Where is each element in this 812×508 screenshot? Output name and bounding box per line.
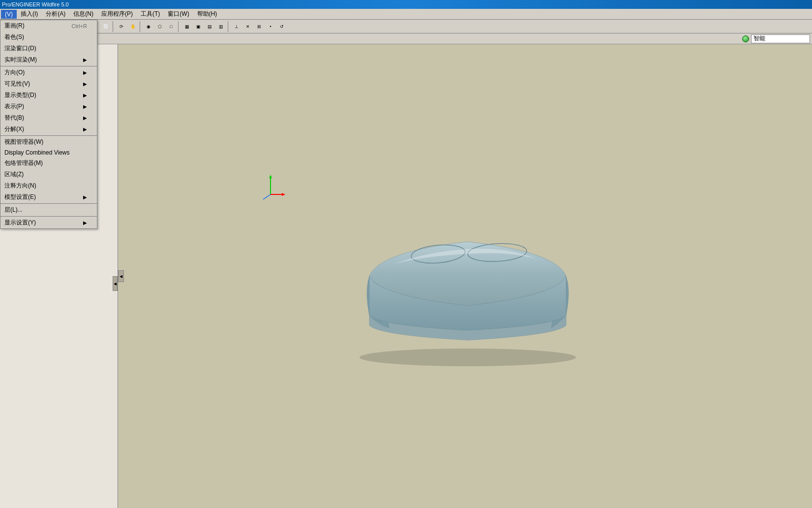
toolbar-sep-1 bbox=[36, 21, 38, 32]
title-bar: Pro/ENGINEER Wildfire 5.0 bbox=[0, 0, 812, 9]
menu-analysis[interactable]: 分析(A) bbox=[42, 9, 69, 19]
toolbar-sep-6 bbox=[228, 21, 230, 32]
toolbar-undo[interactable]: ↩ bbox=[39, 21, 50, 32]
coord-axis bbox=[256, 172, 285, 202]
toolbar-pan[interactable]: ✋ bbox=[127, 21, 138, 32]
title-text: Pro/ENGINEER Wildfire 5.0 bbox=[2, 1, 69, 7]
menu-apps[interactable]: 应用程序(P) bbox=[97, 9, 137, 19]
menu-help[interactable]: 帮助(H) bbox=[193, 9, 221, 19]
y-axis-arrow bbox=[269, 175, 272, 178]
toolbar-zoom-out[interactable]: 🔎 bbox=[89, 21, 100, 32]
toolbar-zoom-area[interactable]: ⬜ bbox=[100, 21, 111, 32]
toolbar-sep-4 bbox=[140, 21, 142, 32]
menu-bar: (V) 插入(I) 分析(A) 信息(N) 应用程序(P) 工具(T) 窗口(W… bbox=[0, 9, 812, 20]
toolbar-point[interactable]: • bbox=[265, 21, 276, 32]
menu-info[interactable]: 信息(N) bbox=[69, 9, 97, 19]
toolbar: 📄 📂 💾 ↩ ↪ ⊕ 🔍 🔎 ⬜ ⟳ ✋ ◉ ⬡ □ ▦ ▣ ▤ ▥ ⊥ ✕ … bbox=[0, 20, 812, 33]
status-bar: 智能 bbox=[0, 33, 812, 44]
toolbar-hidden[interactable]: □ bbox=[166, 21, 177, 32]
status-indicator bbox=[742, 35, 749, 42]
z-axis bbox=[263, 194, 271, 199]
toolbar-rotate[interactable]: ⟳ bbox=[116, 21, 127, 32]
model-container bbox=[118, 44, 812, 508]
menu-tools[interactable]: 工具(T) bbox=[137, 9, 164, 19]
toolbar-axis[interactable]: ✕ bbox=[242, 21, 253, 32]
model-shadow bbox=[360, 349, 576, 366]
toolbar-spin[interactable]: ↺ bbox=[276, 21, 287, 32]
menu-view[interactable]: (V) bbox=[1, 10, 17, 19]
toolbar-open[interactable]: 📂 bbox=[12, 21, 23, 32]
x-axis-arrow bbox=[282, 193, 285, 196]
model-svg bbox=[330, 178, 601, 375]
toolbar-wireframe[interactable]: ⬡ bbox=[154, 21, 165, 32]
toolbar-view1[interactable]: ▦ bbox=[181, 21, 192, 32]
toolbar-new[interactable]: 📄 bbox=[1, 21, 12, 32]
menu-insert[interactable]: 插入(I) bbox=[17, 9, 42, 19]
left-sidebar: ◀ bbox=[0, 44, 118, 508]
toolbar-sep-2 bbox=[63, 21, 65, 32]
viewport[interactable]: ◀ bbox=[118, 44, 812, 508]
toolbar-view3[interactable]: ▤ bbox=[204, 21, 215, 32]
sidebar-toggle-left[interactable]: ◀ bbox=[113, 276, 118, 291]
toolbar-view4[interactable]: ▥ bbox=[215, 21, 226, 32]
toolbar-datum[interactable]: ⊥ bbox=[231, 21, 242, 32]
toolbar-refit[interactable]: ⊕ bbox=[66, 21, 77, 32]
toolbar-shading[interactable]: ◉ bbox=[143, 21, 154, 32]
main-layout: ◀ ◀ bbox=[0, 44, 812, 508]
smart-mode-display: 智能 bbox=[751, 34, 810, 43]
toolbar-redo[interactable]: ↪ bbox=[51, 21, 61, 32]
toolbar-view2[interactable]: ▣ bbox=[193, 21, 204, 32]
menu-window[interactable]: 窗口(W) bbox=[164, 9, 193, 19]
toolbar-sep-3 bbox=[113, 21, 115, 32]
toolbar-sep-5 bbox=[178, 21, 180, 32]
toolbar-csys[interactable]: ⊞ bbox=[254, 21, 265, 32]
toolbar-save[interactable]: 💾 bbox=[24, 21, 34, 32]
toolbar-zoom-in[interactable]: 🔍 bbox=[78, 21, 89, 32]
